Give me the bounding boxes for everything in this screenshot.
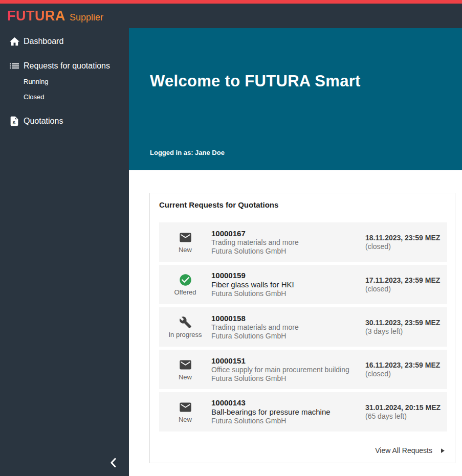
mail-icon [179,231,192,244]
sidebar-nav: Dashboard Requests for quotations Runnin… [0,28,129,476]
request-info: 10000158 Trading materials and more Futu… [211,314,365,341]
main-content: Current Requests for Quotations New 1000… [129,170,462,476]
current-requests-card: Current Requests for Quotations New 1000… [149,193,455,463]
sidebar-item-quotations[interactable]: $ Quotations [0,114,129,129]
request-description: Trading materials and more [211,323,365,332]
home-icon [8,35,20,48]
chevron-left-icon [106,456,121,472]
welcome-banner: Welcome to FUTURA Smart Logged in as: Ja… [129,28,462,170]
sidebar-item-label: Quotations [24,117,63,126]
request-info: 10000167 Trading materials and more Futu… [211,229,365,256]
request-deadline-note: (closed) [365,242,447,251]
request-id: 10000167 [211,229,365,238]
request-deadline-note: (65 days left) [365,412,447,421]
request-deadline: 31.01.2024, 20:15 MEZ [365,403,447,412]
request-row[interactable]: New 10000151 Office supply for main proc… [159,350,447,389]
card-title: Current Requests for Quotations [159,200,278,209]
mail-icon [179,401,192,414]
request-deadline-note: (closed) [365,370,447,378]
request-deadline: 30.11.2023, 23:59 MEZ [365,319,447,327]
request-deadline: 16.11.2023, 23:59 MEZ [365,361,447,370]
requests-list: New 10000167 Trading materials and more … [159,222,447,432]
request-id: 10000143 [211,398,365,407]
request-company: Futura Solutions GmbH [211,247,365,256]
sidebar-item-label: Dashboard [24,37,63,46]
quote-document-icon: $ [8,115,20,127]
request-status-col: New [159,401,211,423]
top-accent-bar [0,0,462,4]
request-info: 10000159 Fiber glass walls for HKI Futur… [211,271,365,298]
app-root: FUTURA Supplier Dashboard Requests for q… [0,0,462,476]
sidebar-item-dashboard[interactable]: Dashboard [0,34,129,49]
view-all-requests-link[interactable]: View All Requests [375,446,446,455]
play-arrow-icon [438,447,446,455]
request-company: Futura Solutions GmbH [211,417,365,425]
request-description: Trading materials and more [211,238,365,247]
sidebar-collapse-button[interactable] [105,456,122,472]
request-description: Office supply for main procurement build… [211,366,365,374]
wrench-icon [179,316,192,329]
list-icon [8,60,20,72]
request-row[interactable]: New 10000143 Ball-bearings for pressure … [159,392,447,432]
sidebar-item-label: Requests for quotations [24,61,110,71]
request-status-col: In progress [159,316,211,338]
brand-suffix: Supplier [70,12,103,23]
app-header: FUTURA Supplier [0,0,462,28]
check-circle-icon [179,274,192,287]
logged-in-as: Logged in as: Jane Doe [150,149,225,156]
brand-logo[interactable]: FUTURA Supplier [7,8,103,24]
request-status: Offered [174,288,196,296]
request-status: In progress [168,331,202,338]
request-status: New [179,416,192,423]
request-row[interactable]: New 10000167 Trading materials and more … [159,222,447,262]
request-status: New [179,246,192,254]
request-status-col: New [159,231,211,254]
request-company: Futura Solutions GmbH [211,374,365,383]
mail-icon [179,358,192,372]
request-status-col: Offered [159,274,211,296]
request-company: Futura Solutions GmbH [211,289,365,298]
sidebar-subitem-running[interactable]: Running [24,76,48,86]
request-deadline-note: (3 days left) [365,327,447,336]
request-id: 10000151 [211,356,365,366]
request-description: Fiber glass walls for HKI [211,280,365,289]
request-row[interactable]: Offered 10000159 Fiber glass walls for H… [159,265,447,304]
request-deadline-col: 31.01.2024, 20:15 MEZ (65 days left) [365,403,447,421]
request-deadline-col: 18.11.2023, 23:59 MEZ (closed) [365,234,447,251]
request-deadline: 18.11.2023, 23:59 MEZ [365,234,447,242]
request-info: 10000143 Ball-bearings for pressure mach… [211,398,365,425]
request-deadline-col: 30.11.2023, 23:59 MEZ (3 days left) [365,319,447,336]
request-status-col: New [159,358,211,381]
request-description: Ball-bearings for pressure machine [211,407,365,417]
request-company: Futura Solutions GmbH [211,332,365,341]
request-deadline-note: (closed) [365,285,447,293]
brand-name: FUTURA [7,8,65,24]
request-deadline-col: 17.11.2023, 23:59 MEZ (closed) [365,276,447,293]
request-id: 10000159 [211,271,365,280]
banner-title: Welcome to FUTURA Smart [150,72,361,90]
sidebar-item-requests-for-quotations[interactable]: Requests for quotations [0,58,129,74]
sidebar-subitem-closed[interactable]: Closed [24,92,44,102]
request-id: 10000158 [211,314,365,323]
svg-text:$: $ [13,120,16,125]
request-info: 10000151 Office supply for main procurem… [211,356,365,383]
request-row[interactable]: In progress 10000158 Trading materials a… [159,307,447,347]
request-status: New [179,373,192,381]
request-deadline-col: 16.11.2023, 23:59 MEZ (closed) [365,361,447,378]
request-deadline: 17.11.2023, 23:59 MEZ [365,276,447,285]
view-all-label: View All Requests [375,446,432,455]
